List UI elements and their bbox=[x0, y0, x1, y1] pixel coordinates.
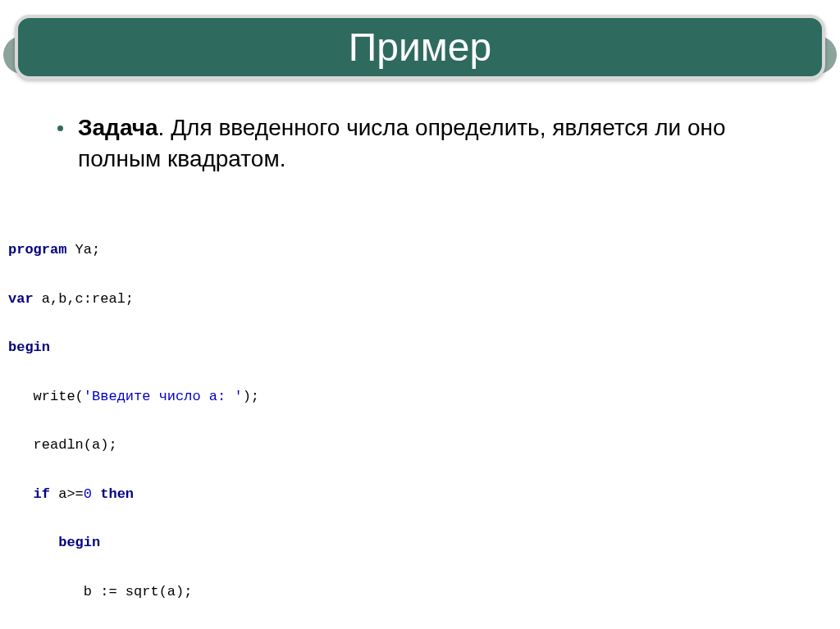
task-label: Задача bbox=[78, 115, 158, 140]
code-line: readln(a); bbox=[8, 433, 783, 458]
code-line: begin bbox=[8, 335, 783, 360]
code-line: var a,b,c:real; bbox=[8, 287, 783, 312]
code-line: write('Введите число a: '); bbox=[8, 385, 783, 409]
slide: Пример Задача. Для введенного числа опре… bbox=[0, 0, 840, 629]
slide-title: Пример bbox=[18, 25, 822, 70]
code-line: begin bbox=[8, 531, 783, 555]
code-line: if a>=0 then bbox=[8, 482, 783, 507]
header: Пример bbox=[0, 0, 840, 80]
code-block: program Ya; var a,b,c:real; begin write(… bbox=[8, 214, 783, 629]
task-bullet: Задача. Для введенного числа определить,… bbox=[57, 112, 783, 175]
slide-body: Задача. Для введенного числа определить,… bbox=[0, 80, 840, 629]
task-text: . Для введенного числа определить, являе… bbox=[78, 115, 726, 171]
code-line: b := sqrt(a); bbox=[8, 580, 783, 604]
code-line: program Ya; bbox=[8, 238, 783, 262]
task-text-block: Задача. Для введенного числа определить,… bbox=[78, 112, 783, 175]
title-bar: Пример bbox=[15, 15, 825, 80]
bullet-icon bbox=[57, 125, 63, 131]
